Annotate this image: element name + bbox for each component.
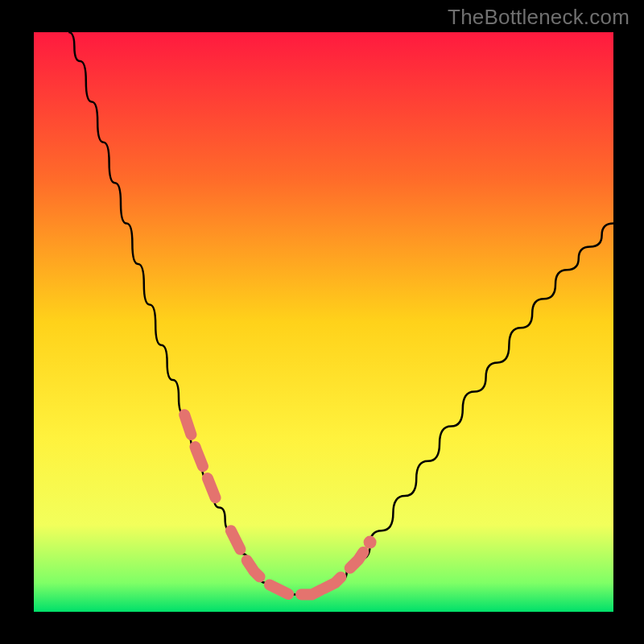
- watermark-text: TheBottleneck.com: [448, 5, 630, 30]
- point-highlight-dot: [364, 536, 377, 549]
- chart-svg: [0, 0, 644, 644]
- plot-background: [34, 32, 613, 612]
- chart-stage: TheBottleneck.com: [0, 0, 644, 644]
